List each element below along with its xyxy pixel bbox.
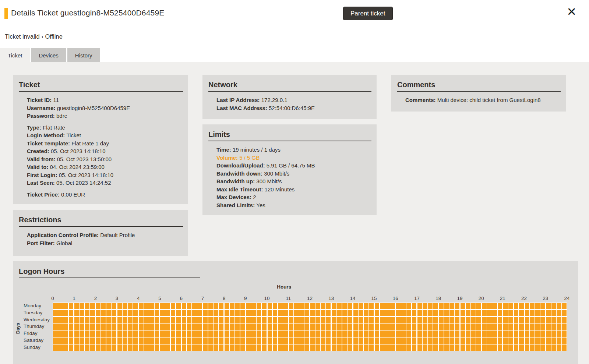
logon-cell — [299, 303, 304, 309]
logon-cell — [514, 303, 519, 309]
logon-cell — [230, 344, 234, 351]
logon-cell — [546, 331, 551, 337]
logon-cell — [160, 324, 165, 330]
logon-cell — [203, 303, 208, 309]
logon-cell — [283, 324, 288, 330]
logon-cell — [557, 331, 561, 337]
logon-cell — [230, 324, 234, 330]
logon-cell — [53, 324, 58, 330]
logon-cell — [508, 324, 513, 330]
logon-cell — [278, 331, 283, 337]
logon-cell — [251, 338, 256, 344]
logon-cell — [525, 310, 530, 316]
field-line: Volume: 5 / 5 GB — [216, 154, 371, 162]
logon-cell — [503, 331, 508, 337]
field-value-link[interactable]: Flat Rate 1 day — [71, 140, 109, 146]
logon-cell — [476, 338, 481, 344]
logon-cell — [187, 331, 192, 337]
logon-cell — [449, 324, 454, 330]
logon-cell — [283, 310, 288, 316]
logon-cell — [530, 317, 535, 323]
logon-cell — [326, 324, 331, 330]
logon-cell — [240, 344, 245, 351]
hour-tick-label: 5 — [158, 296, 161, 301]
logon-cell — [332, 344, 336, 351]
logon-cell — [551, 310, 556, 316]
logon-cell — [519, 338, 524, 344]
logon-cell — [562, 331, 567, 337]
logon-cell — [139, 324, 144, 330]
logon-cell — [557, 317, 561, 323]
logon-cell — [182, 331, 187, 337]
logon-cell — [197, 344, 202, 351]
field-value: 52:54:00:D6:45:9E — [269, 105, 315, 111]
logon-cell — [401, 344, 406, 351]
logon-cell — [208, 317, 213, 323]
field-line: Last MAC Address: 52:54:00:D6:45:9E — [216, 104, 371, 112]
tab-ticket[interactable]: Ticket — [0, 48, 30, 62]
limits-panel: Limits Time: 19 minutes / 1 daysVolume: … — [202, 124, 377, 215]
logon-cell — [187, 310, 192, 316]
logon-cell — [449, 317, 454, 323]
logon-cell — [149, 331, 154, 337]
logon-cell — [433, 310, 438, 316]
parent-ticket-button[interactable]: Parent ticket — [343, 7, 393, 20]
logon-cell — [525, 331, 530, 337]
tab-history[interactable]: History — [67, 48, 100, 62]
logon-cell — [278, 344, 283, 351]
logon-cell — [476, 303, 481, 309]
logon-cell — [530, 303, 535, 309]
logon-cell — [299, 331, 304, 337]
logon-cell — [149, 338, 154, 344]
logon-cell — [117, 338, 122, 344]
field-label: Application Control Profile: — [27, 232, 100, 238]
logon-cell — [176, 324, 181, 330]
logon-cell — [192, 317, 197, 323]
logon-cell — [160, 331, 165, 337]
logon-cell — [439, 338, 444, 344]
field-label: Download/Upload: — [216, 162, 267, 169]
logon-cell — [235, 324, 240, 330]
logon-cell — [69, 338, 74, 344]
logon-cell — [482, 303, 487, 309]
logon-cell — [546, 310, 551, 316]
logon-cell — [321, 324, 325, 330]
logon-cell — [530, 324, 535, 330]
logon-cell — [74, 317, 79, 323]
logon-cell — [144, 324, 149, 330]
logon-cell — [342, 317, 347, 323]
logon-cell — [417, 303, 422, 309]
logon-cell — [273, 338, 278, 344]
logon-cell — [332, 310, 336, 316]
logon-cell — [364, 331, 368, 337]
comments-panel: Comments Comments: Multi device: child t… — [391, 75, 566, 112]
logon-cell — [385, 310, 390, 316]
logon-cell — [369, 344, 374, 351]
close-icon[interactable]: ✕ — [567, 6, 576, 18]
logon-cell — [289, 338, 294, 344]
logon-cell — [461, 331, 465, 337]
field-label: Ticket Price: — [27, 191, 61, 198]
tab-devices[interactable]: Devices — [31, 48, 66, 62]
day-label: Tuesday — [24, 310, 53, 317]
logon-cell — [225, 338, 229, 344]
logon-cell — [401, 303, 406, 309]
logon-cell — [348, 303, 352, 309]
field-value: 05. Oct 2023 14:18:10 — [59, 172, 113, 178]
logon-cell — [551, 303, 556, 309]
logon-cell — [149, 310, 154, 316]
logon-cell — [423, 338, 427, 344]
logon-cell — [332, 324, 336, 330]
logon-cell — [519, 303, 524, 309]
logon-cell — [535, 324, 540, 330]
logon-cell — [471, 344, 476, 351]
field-value: 5 / 5 GB — [239, 155, 260, 161]
hour-tick-label: 18 — [435, 296, 441, 301]
logon-cell — [85, 310, 90, 316]
logon-cell — [219, 338, 223, 344]
logon-cell — [251, 317, 256, 323]
logon-cell — [396, 331, 401, 337]
logon-cell — [364, 303, 368, 309]
title-accent-bar — [4, 8, 8, 19]
logon-cell — [535, 303, 540, 309]
